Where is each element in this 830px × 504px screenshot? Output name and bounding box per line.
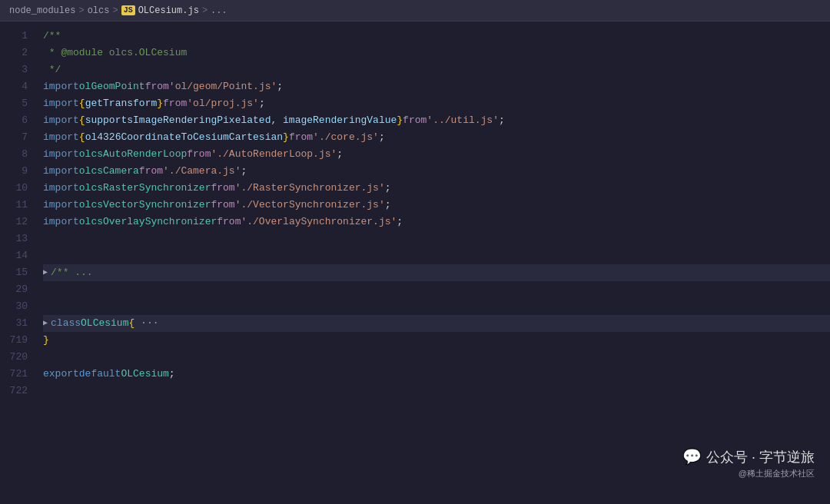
table-row: import {ol4326CoordinateToCesiumCartesia…	[43, 129, 830, 146]
breadcrumb-node-modules[interactable]: node_modules	[9, 5, 75, 16]
code-area: 123456789101112131415293031719720721722 …	[0, 22, 830, 504]
table-row	[43, 383, 830, 400]
line-number: 4	[0, 78, 37, 95]
table-row: import {supportsImageRenderingPixelated,…	[43, 112, 830, 129]
table-row: import olcsVectorSynchronizer from './Ve…	[43, 197, 830, 214]
table-row: import {getTransform} from 'ol/proj.js';	[43, 95, 830, 112]
line-number: 29	[0, 281, 37, 298]
table-row: import olcsAutoRenderLoop from './AutoRe…	[43, 146, 830, 163]
line-number: 15	[0, 264, 37, 281]
collapse-triangle[interactable]: ▶	[43, 315, 48, 332]
line-number: 30	[0, 298, 37, 315]
line-number: 722	[0, 383, 37, 400]
line-number: 7	[0, 129, 37, 146]
breadcrumb-ellipsis: ...	[211, 5, 227, 16]
breadcrumb-sep2: >	[112, 5, 118, 16]
line-number: 11	[0, 197, 37, 214]
line-number: 3	[0, 61, 37, 78]
code-editor: 123456789101112131415293031719720721722 …	[0, 22, 830, 504]
line-number: 9	[0, 163, 37, 180]
breadcrumb-file[interactable]: OLCesium.js	[138, 5, 199, 16]
table-row	[43, 230, 830, 247]
code-content: /** * @module olcs.OLCesium */import olG…	[37, 22, 830, 504]
line-number: 720	[0, 349, 37, 366]
breadcrumb: node_modules > olcs > JS OLCesium.js > .…	[0, 0, 830, 22]
line-number: 5	[0, 95, 37, 112]
line-number: 13	[0, 230, 37, 247]
watermark: 💬 公众号 · 字节逆旅 @稀土掘金技术社区	[682, 447, 815, 479]
line-number: 12	[0, 214, 37, 230]
line-numbers: 123456789101112131415293031719720721722	[0, 22, 37, 504]
table-row	[43, 281, 830, 298]
wechat-icon: 💬	[682, 447, 702, 466]
watermark-main: 💬 公众号 · 字节逆旅	[682, 447, 815, 466]
watermark-text: 公众号 · 字节逆旅	[706, 448, 815, 466]
watermark-sub: @稀土掘金技术社区	[739, 468, 815, 479]
line-number: 6	[0, 112, 37, 129]
js-badge: JS	[121, 5, 135, 15]
table-row: /**	[43, 28, 830, 45]
table-row: */	[43, 61, 830, 78]
breadcrumb-sep3: >	[202, 5, 208, 16]
table-row: ▶/** ...	[43, 264, 830, 281]
table-row	[43, 298, 830, 315]
breadcrumb-olcs[interactable]: olcs	[88, 5, 110, 16]
line-number: 31	[0, 315, 37, 332]
table-row: ▶class OLCesium { ···	[43, 315, 830, 332]
table-row: export default OLCesium;	[43, 366, 830, 383]
table-row: * @module olcs.OLCesium	[43, 45, 830, 61]
line-number: 2	[0, 45, 37, 61]
table-row: import olcsRasterSynchronizer from './Ra…	[43, 180, 830, 197]
line-number: 1	[0, 28, 37, 45]
table-row: }	[43, 332, 830, 349]
table-row	[43, 247, 830, 264]
table-row: import olcsOverlaySynchronizer from './O…	[43, 214, 830, 230]
line-number: 721	[0, 366, 37, 383]
table-row: import olcsCamera from './Camera.js';	[43, 163, 830, 180]
line-number: 719	[0, 332, 37, 349]
line-number: 10	[0, 180, 37, 197]
line-number: 8	[0, 146, 37, 163]
collapse-triangle[interactable]: ▶	[43, 264, 48, 281]
line-number: 14	[0, 247, 37, 264]
table-row	[43, 349, 830, 366]
breadcrumb-sep1: >	[78, 5, 84, 16]
table-row: import olGeomPoint from 'ol/geom/Point.j…	[43, 78, 830, 95]
